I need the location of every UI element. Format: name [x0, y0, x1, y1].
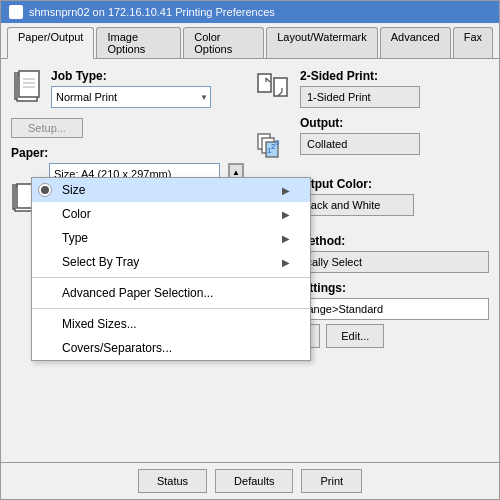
- dropdown-arrow-color: ▶: [282, 209, 290, 220]
- print-button[interactable]: Print: [301, 469, 362, 493]
- svg-rect-9: [258, 74, 271, 92]
- two-sided-icon: [256, 72, 292, 105]
- job-type-label: Job Type:: [51, 69, 244, 83]
- dropdown-menu: Size ▶ Color ▶ Type ▶ Select By Tray ▶ A…: [31, 177, 311, 361]
- edit-button[interactable]: Edit...: [326, 324, 384, 348]
- bottom-bar: Status Defaults Print: [1, 462, 499, 499]
- title-bar-icon: [9, 5, 23, 19]
- job-type-value: Normal Print: [56, 91, 117, 103]
- two-sided-details: 2-Sided Print: 1-Sided Print: [300, 69, 420, 108]
- job-type-details: Job Type: Normal Print ▼: [51, 69, 244, 108]
- saved-settings-value: <Change>Standard: [280, 298, 489, 320]
- tab-fax[interactable]: Fax: [453, 27, 493, 58]
- defaults-button[interactable]: Defaults: [215, 469, 293, 493]
- job-type-icon: [11, 69, 43, 108]
- dropdown-item-select-by-tray[interactable]: Select By Tray ▶: [32, 250, 310, 274]
- two-sided-value: 1-Sided Print: [300, 86, 420, 108]
- dropdown-arrow-type: ▶: [282, 233, 290, 244]
- output-color-details: Output Color: Black and White: [294, 177, 414, 216]
- tab-paper-output[interactable]: Paper/Output: [7, 27, 94, 59]
- svg-text:3: 3: [275, 138, 280, 147]
- job-type-arrow: ▼: [200, 93, 208, 102]
- tab-image-options[interactable]: Image Options: [96, 27, 181, 58]
- dropdown-item-covers-separators[interactable]: Covers/Separators...: [32, 336, 310, 360]
- two-sided-label: 2-Sided Print:: [300, 69, 420, 83]
- main-window: shmsnprn02 on 172.16.10.41 Printing Pref…: [0, 0, 500, 500]
- dropdown-separator-2: [32, 308, 310, 309]
- output-details: Output: Collated: [300, 116, 420, 155]
- output-value: Collated: [300, 133, 420, 155]
- job-type-group: Job Type: Normal Print ▼ Setup...: [11, 69, 244, 138]
- dropdown-arrow-size: ▶: [282, 185, 290, 196]
- paper-label: Paper:: [11, 146, 244, 160]
- dropdown-item-color[interactable]: Color ▶: [32, 202, 310, 226]
- job-type-select[interactable]: Normal Print ▼: [51, 86, 211, 108]
- output-color-value: Black and White: [294, 194, 414, 216]
- dropdown-separator-1: [32, 277, 310, 278]
- job-type-section: Job Type: Normal Print ▼: [11, 69, 244, 108]
- status-button[interactable]: Status: [138, 469, 207, 493]
- tab-layout-watermark[interactable]: Layout/Watermark: [266, 27, 377, 58]
- output-group: 1 2 3 Output: Collated: [256, 116, 489, 169]
- output-color-label: Output Color:: [294, 177, 414, 191]
- tab-advanced[interactable]: Advanced: [380, 27, 451, 58]
- title-bar: shmsnprn02 on 172.16.10.41 Printing Pref…: [1, 1, 499, 23]
- tab-bar: Paper/Output Image Options Color Options…: [1, 23, 499, 59]
- tab-color-options[interactable]: Color Options: [183, 27, 264, 58]
- window-title: shmsnprn02 on 172.16.10.41 Printing Pref…: [29, 6, 275, 18]
- output-label: Output:: [300, 116, 420, 130]
- dropdown-item-mixed-sizes[interactable]: Mixed Sizes...: [32, 312, 310, 336]
- dropdown-item-type[interactable]: Type ▶: [32, 226, 310, 250]
- dropdown-item-advanced-paper[interactable]: Advanced Paper Selection...: [32, 281, 310, 305]
- two-sided-group: 2-Sided Print: 1-Sided Print: [256, 69, 489, 108]
- content-area: Job Type: Normal Print ▼ Setup...: [1, 59, 499, 462]
- output-icon: 1 2 3: [256, 132, 292, 169]
- setup-button[interactable]: Setup...: [11, 118, 83, 138]
- dropdown-arrow-tray: ▶: [282, 257, 290, 268]
- dropdown-circle-inner: [41, 186, 49, 194]
- dropdown-item-size[interactable]: Size ▶: [32, 178, 310, 202]
- dropdown-circle-size: [38, 183, 52, 197]
- svg-rect-2: [19, 71, 39, 97]
